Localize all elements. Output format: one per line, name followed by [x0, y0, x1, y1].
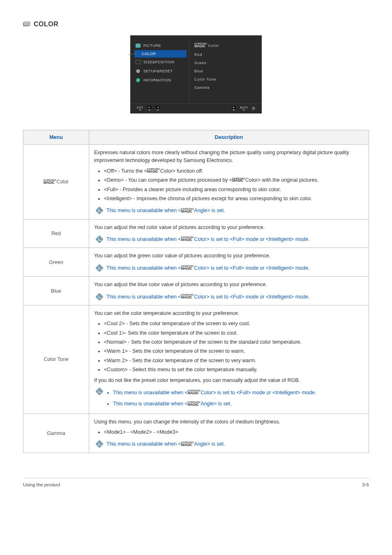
- osd-tab-color: COLOR: [134, 50, 187, 58]
- desc-tail: If you do not like the preset color temp…: [94, 377, 364, 384]
- table-row: Red You can adjust the red color value o…: [23, 219, 369, 248]
- osd-label: SIZE&POSITION: [143, 60, 175, 64]
- menu-red: Red: [23, 219, 89, 248]
- osd-panel: PICTURE COLOR SIZE&POSITION SETUP&RESET …: [130, 35, 262, 113]
- svg-rect-3: [136, 60, 141, 64]
- list-item: <Mode1> - <Mode2> - <Mode3>: [104, 428, 364, 436]
- note-icon: [95, 387, 104, 395]
- osd-label: PICTURE: [143, 44, 161, 48]
- note-text: Color> is set to <Full> mode or <Intelli…: [194, 265, 309, 271]
- osd-nav-button: [148, 106, 152, 111]
- chevron-down-icon: [157, 109, 159, 111]
- table-row: SAMSUNGMAGICColor Expresses natural colo…: [23, 145, 369, 220]
- size-icon: [135, 59, 141, 65]
- text: Color> function off.: [160, 168, 203, 174]
- svg-text:i: i: [138, 79, 138, 82]
- osd-label: COLOR: [142, 52, 156, 56]
- osd-suffix: Color: [208, 44, 219, 48]
- osd-exit-button: EXIT: [137, 106, 143, 111]
- menu-suffix: Color: [56, 179, 69, 185]
- text: <Off> - Turns the <: [104, 168, 147, 174]
- list-item: <Demo> - You can compare the pictures pr…: [104, 176, 364, 184]
- osd-opt-red: Red: [194, 51, 262, 59]
- list-item: <Cool 1>- Sets the color temperature of …: [104, 329, 364, 337]
- note: This menu is unavailable when <SAMSUNGMA…: [94, 388, 364, 409]
- samsung-magic-logo: SAMSUNGMAGIC: [232, 178, 245, 183]
- note-text: This menu is unavailable when <: [106, 294, 181, 300]
- samsung-magic-logo: SAMSUNGMAGIC: [181, 294, 194, 299]
- note-text: This menu is unavailable when <: [113, 401, 188, 407]
- desc-green: You can adjust the green color value of …: [89, 248, 369, 277]
- osd-tab-info: i INFORMATION: [134, 76, 187, 85]
- table-row: Color Tone You can set the color tempera…: [23, 305, 369, 414]
- info-icon: i: [135, 77, 141, 83]
- note-text: This menu is unavailable when <: [113, 390, 188, 395]
- chevron-down-icon: [233, 109, 235, 111]
- osd-tab-picture: PICTURE: [134, 41, 187, 50]
- note-icon: [95, 440, 104, 448]
- section-header: COLOR: [23, 21, 369, 28]
- list-item: <Custom> - Select this menu to set the c…: [104, 366, 364, 374]
- osd-label: INFORMATION: [143, 78, 171, 82]
- list-item: This menu is unavailable when <SAMSUNGMA…: [113, 400, 316, 408]
- samsung-magic-logo: SAMSUNGMAGIC: [147, 168, 160, 173]
- list-item: <Cool 2> - Sets the color temperature of…: [104, 320, 364, 328]
- desc-blue: You can adjust the blue color value of p…: [89, 277, 369, 305]
- list-item: <Off> - Turns the <SAMSUNGMAGICColor> fu…: [104, 167, 364, 175]
- osd-auto-button: AUTO: [240, 106, 248, 111]
- osd-opt-green: Green: [194, 59, 262, 67]
- note-text: Angle> is set.: [201, 401, 231, 407]
- svg-rect-1: [24, 21, 30, 25]
- note-icon: [95, 264, 104, 272]
- osd-opt-magiccolor: SAMSUNGMAGICColor: [194, 41, 262, 51]
- note: This menu is unavailable when <SAMSUNGMA…: [94, 440, 364, 448]
- note-text: Angle> is set.: [194, 441, 225, 447]
- menu-green: Green: [23, 248, 89, 277]
- text: <Demo> - You can compare the pictures pr…: [104, 177, 232, 183]
- desc-intro: You can adjust the green color value of …: [94, 252, 364, 260]
- table-row: Green You can adjust the green color val…: [23, 248, 369, 277]
- picture-icon: [135, 43, 141, 49]
- samsung-magic-logo: SAMSUNGMAGIC: [181, 442, 194, 447]
- samsung-magic-logo: SAMSUNGMAGIC: [188, 390, 201, 395]
- osd-power-button: [252, 107, 255, 110]
- osd-label: SETUP&RESET: [143, 69, 173, 73]
- menu-magiccolor: SAMSUNGMAGICColor: [23, 145, 89, 220]
- footer-left: Using the product: [23, 482, 60, 487]
- osd-nav-button: [156, 106, 160, 111]
- footer-right: 3-5: [362, 482, 369, 487]
- osd-opt-colortone: Color Tone: [194, 75, 262, 83]
- osd-tab-setup: SETUP&RESET: [134, 67, 187, 76]
- th-description: Description: [89, 130, 369, 145]
- note-icon: [95, 235, 104, 243]
- samsung-magic-logo: SAMSUNGMAGIC: [194, 43, 208, 48]
- menu-blue: Blue: [23, 277, 89, 305]
- note-icon: [95, 206, 104, 215]
- note: This menu is unavailable when <SAMSUNGMA…: [94, 293, 364, 301]
- note-text: Color> is set to <Full> mode or <Intelli…: [201, 390, 316, 395]
- list-item: <Warm 2> - Sets the color temperature of…: [104, 357, 364, 365]
- table-row: Blue You can adjust the blue color value…: [23, 277, 369, 305]
- text: Color> with the original pictures.: [245, 177, 318, 183]
- desc-magiccolor: Expresses natural colors more clearly wi…: [89, 145, 369, 220]
- note: This menu is unavailable when <SAMSUNGMA…: [94, 264, 364, 272]
- note-text: This menu is unavailable when <: [106, 265, 181, 271]
- list-item: <Intelligent> - Improves the chroma of p…: [104, 195, 364, 203]
- note-text: This menu is unavailable when <: [106, 236, 181, 242]
- desc-intro: Expresses natural colors more clearly wi…: [94, 149, 364, 165]
- note-text: Color> is set to <Full> mode or <Intelli…: [194, 294, 309, 300]
- th-menu: Menu: [23, 130, 89, 145]
- list-item: <Full> - Provides a clearer picture incl…: [104, 186, 364, 194]
- svg-rect-2: [136, 44, 141, 48]
- osd-opt-gamma: Gamma: [194, 83, 262, 92]
- list-item: <Normal> - Sets the color temperature of…: [104, 338, 364, 346]
- chevron-down-icon: [242, 109, 245, 111]
- osd-screenshot: PICTURE COLOR SIZE&POSITION SETUP&RESET …: [23, 35, 369, 113]
- samsung-magic-logo: SAMSUNGMAGIC: [181, 208, 194, 213]
- menu-colortone: Color Tone: [23, 305, 89, 414]
- menu-gamma: Gamma: [23, 414, 89, 453]
- chevron-down-icon: [139, 109, 141, 111]
- table-row: Gamma Using this menu, you can change th…: [23, 414, 369, 453]
- osd-right-options: SAMSUNGMAGICColor Red Green Blue Color T…: [189, 39, 262, 101]
- list-item: This menu is unavailable when <SAMSUNGMA…: [113, 389, 316, 397]
